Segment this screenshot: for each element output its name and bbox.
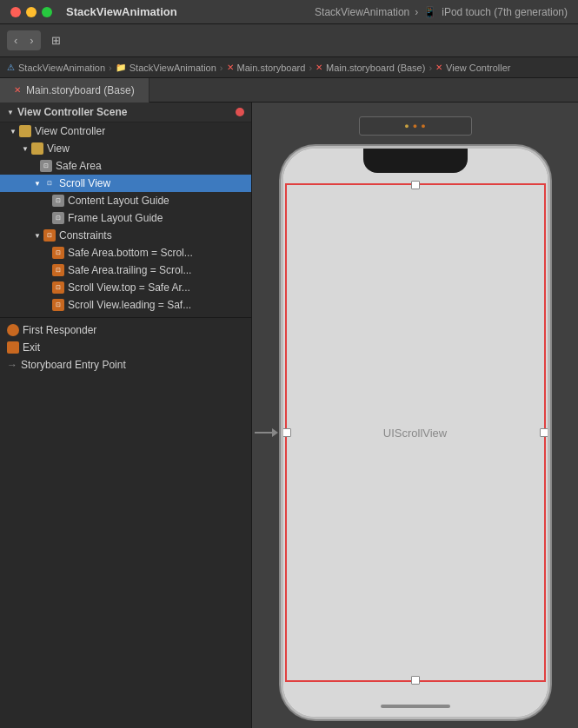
scroll-view-icon: ⊡ xyxy=(43,177,56,189)
first-responder-label: First Responder xyxy=(23,324,96,336)
view-toggle[interactable] xyxy=(19,142,31,155)
breadcrumb-sep: › xyxy=(415,6,418,18)
traffic-lights xyxy=(10,7,52,17)
build-scheme: StackViewAnimation xyxy=(315,6,409,18)
breadcrumb-label-4: Main.storyboard (Base) xyxy=(326,63,425,73)
phone-container: UIScrollView xyxy=(281,146,550,719)
handle-bottom xyxy=(411,676,420,685)
maximize-button[interactable] xyxy=(42,7,52,17)
outline-item-storyboard-entry[interactable]: → Storyboard Entry Point xyxy=(0,356,251,374)
outline-item-constraint-1[interactable]: ⊡ Safe Area.bottom = Scrol... xyxy=(0,244,251,261)
project-icon: ⚠ xyxy=(7,63,15,72)
breadcrumb-item-5[interactable]: ✕ View Controller xyxy=(435,63,510,73)
outline-item-safe-area[interactable]: ⊡ Safe Area xyxy=(0,157,251,175)
forward-button[interactable]: › xyxy=(24,32,38,49)
folder-icon: 📁 xyxy=(116,63,126,72)
breadcrumb-label-5: View Controller xyxy=(446,63,510,73)
tab-main-storyboard[interactable]: ✕ Main.storyboard (Base) xyxy=(0,78,149,103)
safe-area-label: Safe Area xyxy=(56,160,102,172)
outline-item-constraints[interactable]: ⊡ Constraints xyxy=(0,227,251,244)
breadcrumb-label-1: StackViewAnimation xyxy=(18,63,105,73)
minimize-button[interactable] xyxy=(26,7,37,17)
entry-point-arrow-icon: → xyxy=(7,359,17,371)
constraint-1-icon: ⊡ xyxy=(52,247,64,259)
outline-item-view[interactable]: View xyxy=(0,140,251,157)
breadcrumb-item-4[interactable]: ✕ Main.storyboard (Base) xyxy=(316,63,425,73)
storyboard-entry-label: Storyboard Entry Point xyxy=(21,359,126,371)
constraints-label: Constraints xyxy=(59,229,112,242)
arrow-head-icon xyxy=(272,428,278,437)
handle-top xyxy=(411,181,420,189)
content-layout-icon: ⊡ xyxy=(52,195,64,207)
exit-icon xyxy=(7,341,19,354)
phone-home-bar xyxy=(381,705,450,708)
canvas-area: ● ● ● xyxy=(252,103,578,728)
frame-layout-icon: ⊡ xyxy=(52,212,64,224)
scroll-view-canvas[interactable]: UIScrollView xyxy=(285,183,546,682)
breadcrumb-item-2[interactable]: 📁 StackViewAnimation xyxy=(116,63,216,73)
storyboard-entry-arrow xyxy=(255,428,278,437)
outline-item-first-responder[interactable]: First Responder xyxy=(0,321,251,339)
constraints-toggle[interactable] xyxy=(31,229,43,242)
scene-label: View Controller Scene xyxy=(17,106,128,118)
view-controller-icon xyxy=(19,125,31,137)
scroll-view-toggle[interactable] xyxy=(31,177,43,189)
title-bar-right: StackViewAnimation › 📱 iPod touch (7th g… xyxy=(315,6,568,18)
outline-item-exit[interactable]: Exit xyxy=(0,339,251,356)
breadcrumb-label-2: StackViewAnimation xyxy=(130,63,216,73)
outline-item-frame-layout[interactable]: ⊡ Frame Layout Guide xyxy=(0,209,251,227)
storyboard-close-icon-1: ✕ xyxy=(227,63,234,72)
view-icon xyxy=(31,142,43,155)
tab-close-icon[interactable]: ✕ xyxy=(14,85,21,95)
arrow-line xyxy=(255,432,272,433)
handle-left xyxy=(282,428,291,437)
canvas-dot-3: ● xyxy=(421,122,425,130)
document-outline: ▼ View Controller Scene View Controller … xyxy=(0,103,252,728)
outline-item-constraint-4[interactable]: ⊡ Scroll View.leading = Saf... xyxy=(0,296,251,314)
phone-notch xyxy=(363,149,468,173)
view-controller-label: View Controller xyxy=(35,125,105,137)
scene-toggle[interactable]: ▼ xyxy=(7,109,14,116)
outline-item-scroll-view[interactable]: ⊡ Scroll View xyxy=(0,175,251,192)
outline-item-constraint-2[interactable]: ⊡ Safe Area.trailing = Scrol... xyxy=(0,261,251,279)
breadcrumb-item-1[interactable]: ⚠ StackViewAnimation xyxy=(7,63,105,73)
view-controller-close-icon: ✕ xyxy=(435,63,442,72)
constraint-4-icon: ⊡ xyxy=(52,299,64,311)
scene-header: ▼ View Controller Scene xyxy=(0,103,251,122)
storyboard-close-icon-2: ✕ xyxy=(316,63,322,72)
constraint-3-icon: ⊡ xyxy=(52,281,64,294)
toolbar: ‹ › ⊞ xyxy=(0,24,578,57)
exit-label: Exit xyxy=(23,341,40,354)
bottom-items: First Responder Exit → Storyboard Entry … xyxy=(0,317,251,374)
device-icon: 📱 xyxy=(423,6,436,18)
constraint-3-label: Scroll View.top = Safe Ar... xyxy=(68,281,190,294)
outline-item-content-layout[interactable]: ⊡ Content Layout Guide xyxy=(0,192,251,209)
layout-button[interactable]: ⊞ xyxy=(46,32,66,49)
breadcrumb: ⚠ StackViewAnimation › 📁 StackViewAnimat… xyxy=(0,57,578,78)
scroll-view-label: Scroll View xyxy=(59,177,110,189)
close-button[interactable] xyxy=(10,7,21,17)
frame-layout-label: Frame Layout Guide xyxy=(68,212,163,224)
main-content: ▼ View Controller Scene View Controller … xyxy=(0,103,578,728)
tab-label: Main.storyboard (Base) xyxy=(26,84,135,96)
constraints-icon: ⊡ xyxy=(43,229,56,242)
device-name: iPod touch (7th generation) xyxy=(442,6,568,18)
tab-bar: ✕ Main.storyboard (Base) xyxy=(0,78,578,103)
view-controller-toggle[interactable] xyxy=(7,125,19,137)
content-layout-label: Content Layout Guide xyxy=(68,195,169,207)
outline-item-view-controller[interactable]: View Controller xyxy=(0,122,251,140)
canvas-toolbar: ● ● ● xyxy=(359,116,472,136)
back-button[interactable]: ‹ xyxy=(9,32,23,49)
red-dot xyxy=(236,108,244,116)
outline-item-constraint-3[interactable]: ⊡ Scroll View.top = Safe Ar... xyxy=(0,279,251,296)
phone-screen: UIScrollView xyxy=(283,149,548,717)
title-bar: StackViewAnimation StackViewAnimation › … xyxy=(0,0,578,24)
canvas-btn-1[interactable]: ● ● ● xyxy=(359,116,472,136)
safe-area-icon: ⊡ xyxy=(40,160,52,172)
constraint-2-icon: ⊡ xyxy=(52,264,64,276)
breadcrumb-item-3[interactable]: ✕ Main.storyboard xyxy=(227,63,306,73)
view-label: View xyxy=(47,142,70,155)
constraint-4-label: Scroll View.leading = Saf... xyxy=(68,299,191,311)
scroll-view-canvas-label: UIScrollView xyxy=(383,427,447,440)
canvas-dot-1: ● xyxy=(404,122,409,130)
